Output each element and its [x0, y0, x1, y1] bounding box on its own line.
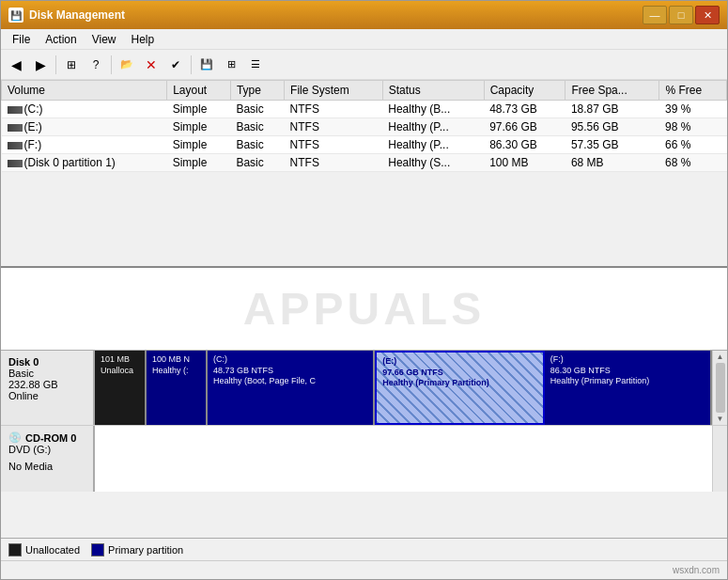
- grid-btn[interactable]: ⊞: [220, 54, 242, 76]
- cell-layout: Simple: [167, 136, 231, 154]
- col-capacity[interactable]: Capacity: [484, 81, 565, 101]
- app-icon: 💾: [8, 8, 23, 23]
- toolbar-sep-1: [55, 55, 56, 74]
- connect-button[interactable]: 📂: [116, 54, 138, 76]
- part-e-label: (E:) 97.66 GB NTFS Healthy (Primary Part…: [382, 356, 536, 389]
- cell-pct: 98 %: [659, 118, 727, 136]
- legend-primary-label: Primary partition: [108, 544, 183, 556]
- check-button[interactable]: ✔: [164, 54, 187, 76]
- properties-button[interactable]: ⊞: [60, 54, 83, 76]
- disk0-part-sys[interactable]: 100 MB N Healthy (:: [147, 351, 208, 425]
- disk-table: Volume Layout Type File System Status Ca…: [1, 80, 727, 172]
- cell-layout: Simple: [167, 154, 231, 172]
- cell-pct: 66 %: [659, 136, 727, 154]
- table-row[interactable]: (E:) Simple Basic NTFS Healthy (P... 97.…: [2, 118, 727, 136]
- toolbar-sep-2: [111, 55, 112, 74]
- cell-capacity: 97.66 GB: [484, 118, 565, 136]
- unalloc-label: 101 MB Unalloca: [101, 354, 139, 376]
- cdrom-type: DVD (G:): [8, 444, 85, 455]
- maximize-button[interactable]: □: [669, 6, 693, 24]
- table-row[interactable]: (C:) Simple Basic NTFS Healthy (B... 48.…: [2, 101, 727, 118]
- scrollbar-disk[interactable]: ▲ ▼: [712, 351, 727, 425]
- cell-volume: (C:): [2, 101, 167, 118]
- menu-help[interactable]: Help: [124, 31, 163, 48]
- part-f-label: (F:) 86.30 GB NTFS Healthy (Primary Part…: [550, 354, 705, 387]
- list-btn[interactable]: ☰: [244, 54, 267, 76]
- close-button[interactable]: ✕: [695, 6, 720, 24]
- legend-unalloc-box: [8, 543, 22, 556]
- disk0-part-unalloc[interactable]: 101 MB Unalloca: [95, 351, 147, 425]
- cell-type: Basic: [230, 154, 284, 172]
- cell-free: 18.87 GB: [565, 101, 659, 118]
- back-button[interactable]: ◀: [5, 54, 27, 76]
- menu-file[interactable]: File: [5, 31, 38, 48]
- menu-bar: File Action View Help: [1, 29, 727, 50]
- cell-layout: Simple: [167, 101, 231, 118]
- cell-fs: NTFS: [285, 154, 383, 172]
- disk0-part-f[interactable]: (F:) 86.30 GB NTFS Healthy (Primary Part…: [545, 351, 712, 425]
- cell-volume: (E:): [2, 118, 167, 136]
- legend-primary: Primary partition: [91, 543, 183, 556]
- watermark-text: APPUALS: [243, 283, 485, 335]
- disk-area: Disk 0 Basic 232.88 GB Online 101 MB Una…: [1, 350, 727, 538]
- col-type[interactable]: Type: [230, 81, 284, 101]
- cell-capacity: 100 MB: [484, 154, 565, 172]
- cell-status: Healthy (B...: [382, 101, 484, 118]
- disk0-partitions: 101 MB Unalloca 100 MB N Healthy (: (C:)…: [95, 351, 712, 425]
- cdrom-status: No Media: [8, 461, 85, 472]
- table-row[interactable]: (F:) Simple Basic NTFS Healthy (P... 86.…: [2, 136, 727, 154]
- table-row[interactable]: (Disk 0 partition 1) Simple Basic NTFS H…: [2, 154, 727, 172]
- cell-status: Healthy (P...: [382, 118, 484, 136]
- disk0-part-e[interactable]: (E:) 97.66 GB NTFS Healthy (Primary Part…: [375, 351, 544, 425]
- cell-free: 57.35 GB: [565, 136, 659, 154]
- part-c-label: (C:) 48.73 GB NTFS Healthy (Boot, Page F…: [213, 354, 367, 387]
- cell-status: Healthy (P...: [382, 136, 484, 154]
- disk0-size: 232.88 GB: [8, 379, 85, 390]
- cell-free: 95.56 GB: [565, 118, 659, 136]
- status-text: wsxdn.com: [673, 565, 720, 575]
- forward-button[interactable]: ▶: [29, 54, 52, 76]
- legend-unalloc: Unallocated: [8, 543, 80, 556]
- cell-capacity: 48.73 GB: [484, 101, 565, 118]
- legend-unalloc-label: Unallocated: [25, 544, 80, 556]
- cdrom-icon: 💿: [8, 431, 22, 444]
- toolbar: ◀ ▶ ⊞ ? 📂 ✕ ✔ 💾 ⊞ ☰: [1, 50, 727, 80]
- col-free[interactable]: Free Spa...: [565, 81, 659, 101]
- cell-type: Basic: [230, 118, 284, 136]
- legend-bar: Unallocated Primary partition: [1, 538, 727, 560]
- window-title: Disk Management: [29, 8, 637, 22]
- menu-view[interactable]: View: [85, 31, 124, 48]
- help-button[interactable]: ?: [85, 54, 107, 76]
- volume-table: Volume Layout Type File System Status Ca…: [1, 80, 727, 268]
- cell-free: 68 MB: [565, 154, 659, 172]
- cdrom-name: CD-ROM 0: [25, 432, 76, 444]
- toolbar-sep-3: [191, 55, 192, 74]
- cell-volume: (Disk 0 partition 1): [2, 154, 167, 172]
- title-bar-buttons: — □ ✕: [643, 6, 720, 24]
- minimize-button[interactable]: —: [643, 6, 667, 24]
- title-bar: 💾 Disk Management — □ ✕: [1, 1, 727, 29]
- cell-fs: NTFS: [285, 136, 383, 154]
- cdrom-content: [95, 426, 712, 492]
- disk0-row: Disk 0 Basic 232.88 GB Online 101 MB Una…: [1, 351, 727, 426]
- col-fs[interactable]: File System: [285, 81, 383, 101]
- cell-status: Healthy (S...: [382, 154, 484, 172]
- sys-label: 100 MB N Healthy (:: [152, 354, 200, 376]
- menu-action[interactable]: Action: [38, 31, 84, 48]
- main-content: Volume Layout Type File System Status Ca…: [1, 80, 727, 579]
- col-volume[interactable]: Volume: [2, 81, 167, 101]
- delete-button[interactable]: ✕: [140, 54, 163, 76]
- cell-type: Basic: [230, 136, 284, 154]
- scrollbar-cdrom[interactable]: [712, 426, 727, 492]
- cdrom-row: 💿 CD-ROM 0 DVD (G:) No Media: [1, 426, 727, 492]
- watermark-area: APPUALS: [1, 268, 727, 350]
- disk0-type: Basic: [8, 368, 85, 379]
- col-layout[interactable]: Layout: [167, 81, 231, 101]
- disk-btn[interactable]: 💾: [195, 54, 218, 76]
- cell-volume: (F:): [2, 136, 167, 154]
- disk0-part-c[interactable]: (C:) 48.73 GB NTFS Healthy (Boot, Page F…: [208, 351, 375, 425]
- disk0-status: Online: [8, 390, 85, 401]
- col-pct[interactable]: % Free: [659, 81, 727, 101]
- col-status[interactable]: Status: [382, 81, 484, 101]
- cell-pct: 39 %: [659, 101, 727, 118]
